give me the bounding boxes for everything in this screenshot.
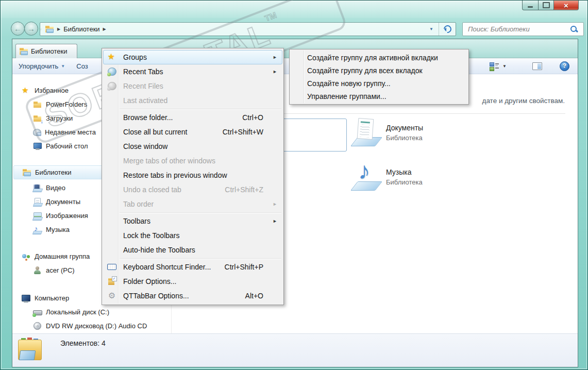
menu-item-keyboard-shortcut-finder[interactable]: Keyboard Shortcut Finder... Ctrl+Shift+P [103, 260, 282, 274]
search-input[interactable] [467, 25, 570, 33]
library-item-title: Документы [386, 124, 423, 132]
library-item-documents[interactable]: Документы Библиотека [350, 119, 556, 155]
breadcrumb-arrow-icon[interactable]: ▶ [103, 27, 106, 31]
gear-icon: ⚙ [108, 292, 116, 300]
sidebar-item-label: PowerFolders [46, 100, 87, 108]
documents-library-icon [33, 198, 42, 206]
sidebar-item-label: Недавние места [45, 128, 96, 136]
chevron-down-icon: ▼ [61, 64, 65, 69]
items-count: Элементов: 4 [60, 339, 106, 347]
menu-item-folder-options[interactable]: Folder Options... [103, 274, 282, 289]
search-box [462, 22, 584, 36]
content-area: Избранное PowerFolders Загрузки Недавние… [12, 74, 578, 333]
music-library-icon [33, 226, 42, 234]
menu-item-qttabbar-options[interactable]: ⚙ QTTabBar Options... Alt+O [103, 289, 282, 303]
tab-libraries[interactable]: Библиотеки [15, 44, 77, 58]
menu-item-tab-order: Tab order ► [103, 197, 282, 211]
sidebar-item-favorites[interactable]: Избранное [22, 83, 69, 97]
menu-item-autohide-toolbars[interactable]: Auto-hide the Toolbars [103, 243, 282, 257]
sidebar-item-label: Домашняя группа [35, 253, 90, 260]
preview-pane-button[interactable] [532, 62, 542, 70]
forward-button[interactable]: → [24, 22, 38, 36]
help-button[interactable]: ? [560, 61, 569, 71]
libraries-folder-icon [18, 338, 42, 361]
sidebar-item-label: Локальный диск (C:) [46, 308, 109, 316]
sidebar-item-recent-places[interactable]: Недавние места [33, 125, 96, 139]
menu-item-groups[interactable]: Groups ► [103, 50, 282, 64]
sidebar-item-label: Избранное [35, 87, 69, 94]
sidebar-item-documents[interactable]: Документы [33, 195, 80, 209]
search-icon[interactable] [570, 25, 578, 33]
menu-item-toolbars[interactable]: Toolbars ► [103, 214, 282, 228]
sidebar-item-pictures[interactable]: Изображения [33, 209, 88, 223]
selected-item-outline [282, 119, 347, 152]
sidebar-item-music[interactable]: Музыка [33, 223, 70, 237]
dvd-disc-icon [33, 322, 42, 330]
hard-drive-icon [33, 308, 42, 316]
maximize-button[interactable] [539, 1, 554, 10]
minimize-icon [528, 6, 533, 8]
refresh-icon [442, 24, 452, 35]
menu-item-recent-tabs[interactable]: Recent Tabs ► [103, 64, 282, 79]
menu-separator [120, 212, 281, 213]
close-button[interactable]: × [554, 1, 579, 10]
tab-label: Библиотеки [31, 47, 67, 55]
menu-item-browse-folder[interactable]: Browse folder... Ctrl+O [103, 110, 282, 125]
submenu-arrow-icon: ► [273, 69, 277, 74]
sidebar-item-downloads[interactable]: Загрузки [33, 111, 73, 125]
menu-item-recent-files: Recent Files [103, 79, 282, 93]
menu-item-close-all-but-current[interactable]: Close all but current Ctrl+Shift+W [103, 125, 282, 139]
address-bar[interactable]: ▶ Библиотеки ▶ ▼ [40, 22, 456, 36]
sidebar-item-videos[interactable]: Видео [33, 181, 65, 195]
submenu-item-manage-groups[interactable]: Управление группами... [290, 90, 468, 103]
submenu-arrow-icon: ► [273, 55, 277, 60]
folder-options-icon [108, 277, 116, 285]
sidebar-item-computer[interactable]: Компьютер [22, 291, 69, 305]
menu-item-restore-tabs[interactable]: Restore tabs in previous window [103, 168, 282, 182]
change-view-button[interactable]: ▼ [490, 62, 507, 70]
submenu-arrow-icon: ► [273, 201, 277, 207]
video-library-icon [33, 184, 42, 192]
sidebar-item-powerfolders[interactable]: PowerFolders [33, 97, 87, 111]
forward-arrow-icon: → [27, 25, 35, 32]
menu-item-merge-tabs: Merge tabs of other windows [103, 154, 282, 168]
library-item-subtitle: Библиотека [386, 134, 423, 142]
sidebar-item-dvd-drive-d[interactable]: DVD RW дисковод (D:) Audio CD [33, 319, 147, 333]
views-icon [490, 62, 498, 70]
sidebar-item-label: acer (PC) [46, 266, 75, 274]
sidebar-item-homegroup[interactable]: Домашняя группа [22, 249, 90, 263]
close-icon: × [564, 2, 568, 9]
sidebar-item-label: Загрузки [46, 114, 73, 122]
submenu-item-create-group-all-tabs[interactable]: Создайте группу для всех вкладок [290, 64, 468, 77]
user-icon [33, 266, 42, 275]
sidebar-item-user-acer[interactable]: acer (PC) [33, 263, 75, 277]
question-icon: ? [563, 62, 566, 70]
menu-item-lock-toolbars[interactable]: Lock the Toolbars [103, 228, 282, 243]
sidebar-item-label: Видео [46, 184, 65, 192]
submenu-item-create-group-active-tab[interactable]: Создайте группу для активной вкладки [290, 51, 468, 64]
organize-button[interactable]: Упорядочить ▼ [19, 62, 65, 70]
refresh-button[interactable] [439, 23, 456, 36]
menu-separator [120, 109, 281, 109]
star-icon [108, 53, 116, 61]
clock-icon [108, 68, 116, 76]
submenu-item-create-new-group[interactable]: Создайте новую группу... [290, 77, 468, 90]
library-item-music[interactable]: ♪ Музыка Библиотека [350, 163, 556, 199]
caption-buttons: × [522, 1, 579, 11]
menu-item-last-activated: Last activated [103, 93, 282, 108]
address-dropdown-icon[interactable]: ▼ [424, 27, 439, 31]
libraries-icon [22, 169, 31, 177]
menu-item-close-window[interactable]: Close window [103, 139, 282, 154]
back-button[interactable]: ← [11, 22, 25, 36]
minimize-button[interactable] [522, 1, 539, 10]
library-item-subtitle: Библиотека [386, 178, 423, 186]
libraries-icon [45, 25, 54, 33]
status-bar: Элементов: 4 [12, 333, 578, 367]
breadcrumb-arrow-icon[interactable]: ▶ [57, 27, 60, 31]
sidebar-item-local-disk-c[interactable]: Локальный диск (C:) [33, 305, 109, 319]
computer-icon [22, 294, 31, 302]
new-library-button[interactable]: Соз [76, 62, 92, 70]
sidebar-item-label: Компьютер [35, 294, 69, 302]
sidebar-item-desktop[interactable]: Рабочий стол [33, 139, 88, 153]
breadcrumb-item[interactable]: Библиотеки [63, 25, 99, 33]
